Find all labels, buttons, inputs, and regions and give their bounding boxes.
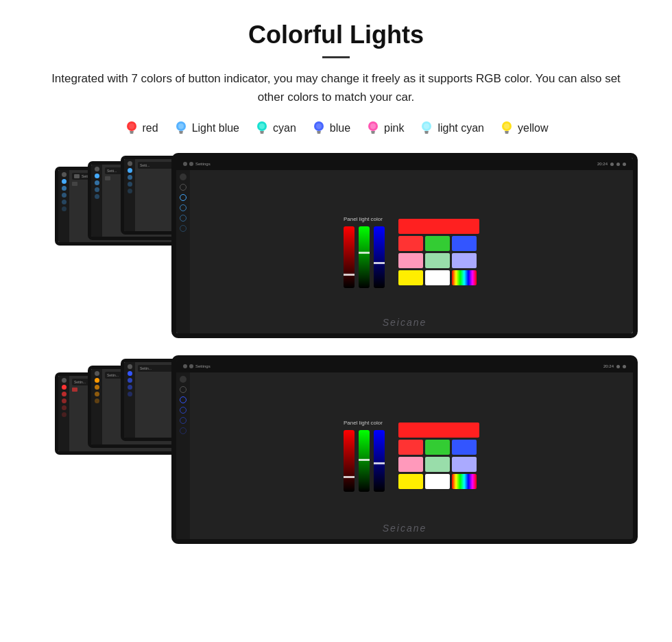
svg-rect-15 [317,132,320,134]
main-screen-top: Settings 20:24 [171,153,638,338]
color-label-lightblue: Light blue [192,122,239,134]
title-section: Colorful Lights Integrated with 7 colors… [27,21,645,106]
svg-rect-26 [505,131,509,132]
bulb-icon-blue [311,119,326,138]
color-label-yellow: yellow [518,122,548,134]
bulb-icon-lightcyan [419,119,434,138]
color-item-lightblue: Light blue [173,119,239,138]
description-text: Integrated with 7 colors of button indic… [38,69,634,106]
color-item-blue: blue [311,119,350,138]
svg-rect-10 [260,131,264,132]
color-item-lightcyan: light cyan [419,119,484,138]
page-container: Colorful Lights Integrated with 7 colors… [0,0,672,575]
bulb-icon-yellow [499,119,514,138]
svg-rect-22 [424,131,429,132]
watermark-top: Seicane [383,317,427,328]
screen-group-bottom: Settin... [27,355,645,554]
svg-point-13 [316,123,322,129]
panel-label-top: Panel light color [344,216,383,222]
svg-point-21 [424,123,429,129]
svg-point-25 [504,123,509,129]
svg-rect-6 [179,131,183,132]
svg-point-5 [178,123,184,129]
main-screen-bottom: Settings 20:24 [171,355,638,544]
svg-point-9 [259,123,265,129]
color-label-lightcyan: light cyan [437,122,484,134]
color-label-red: red [143,122,158,134]
color-item-red: red [124,119,158,138]
svg-rect-2 [130,131,134,132]
color-item-cyan: cyan [254,119,296,138]
page-title: Colorful Lights [27,21,645,49]
colors-row: red Light blue [27,119,645,138]
svg-point-1 [129,123,134,129]
svg-rect-19 [372,132,375,134]
color-label-pink: pink [384,122,404,134]
title-divider [322,56,350,58]
color-label-blue: blue [330,122,350,134]
svg-rect-23 [425,132,429,134]
bulb-icon-lightblue [173,119,189,138]
panel-label-bottom: Panel light color [344,420,383,426]
screen-group-top: Setti... [27,153,645,345]
svg-rect-18 [371,131,375,132]
bulb-icon-pink [365,119,381,138]
color-label-cyan: cyan [273,122,296,134]
svg-rect-3 [130,132,133,134]
svg-point-17 [370,123,376,129]
color-item-pink: pink [365,119,404,138]
svg-rect-14 [317,131,321,132]
watermark-bottom: Seicane [383,523,427,534]
svg-rect-7 [179,132,182,134]
svg-rect-11 [261,132,264,134]
color-item-yellow: yellow [499,119,548,138]
bulb-icon-red [124,119,139,138]
bulb-icon-cyan [254,119,269,138]
svg-rect-27 [505,132,509,134]
